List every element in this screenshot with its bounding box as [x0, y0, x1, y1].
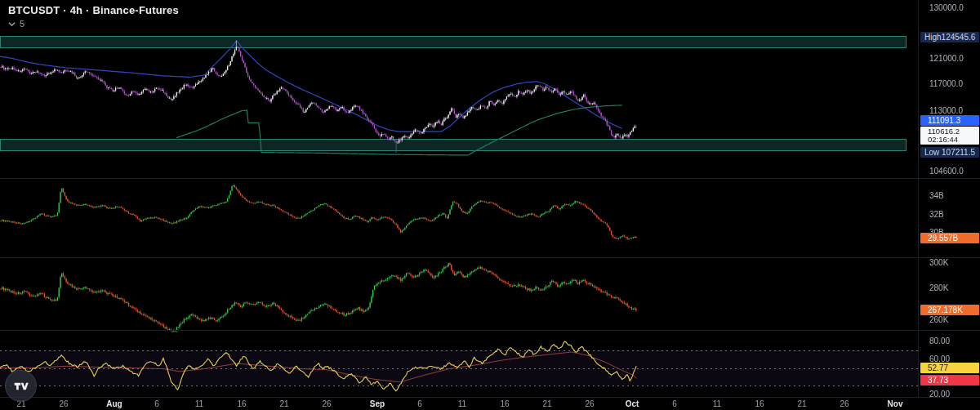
y-axis-label: 260K — [929, 315, 948, 325]
x-axis-label: Sep — [370, 399, 385, 408]
y-axis-label: 20.00 — [929, 390, 950, 399]
x-axis-label: 6 — [417, 399, 422, 408]
rsi-ma-value-badge: 37.73 — [920, 375, 979, 385]
high-price-badge: High 124545.6 — [920, 32, 979, 42]
high-badge-label: High — [924, 32, 942, 42]
x-axis-label: 11 — [713, 399, 721, 408]
indicator-collapse-toggle[interactable]: 5 — [8, 19, 24, 29]
x-axis-label: 21 — [279, 399, 288, 408]
oi-usd-value-badge: 29.557B — [920, 233, 979, 243]
y-axis-label: 34B — [929, 191, 944, 201]
chart-canvas[interactable] — [0, 0, 980, 410]
x-axis-label: 26 — [840, 399, 849, 408]
x-axis-label: 6 — [672, 399, 677, 408]
x-axis-label: 6 — [154, 399, 159, 408]
countdown-badge: 110616.2 02:16:44 — [920, 127, 979, 145]
tradingview-logo-icon — [13, 378, 29, 394]
y-axis-label: 117000.0 — [929, 79, 963, 89]
y-axis-label: 121000.0 — [929, 54, 964, 64]
y-axis-label: 280K — [929, 283, 948, 293]
x-axis-label: 16 — [500, 399, 509, 408]
rsi-value-badge: 52.77 — [920, 363, 979, 373]
symbol-title[interactable]: BTCUSDT · 4h · Binance-Futures — [8, 4, 179, 16]
tradingview-logo[interactable] — [5, 370, 37, 402]
x-axis-label: 21 — [542, 399, 551, 408]
low-price-badge: Low 107211.5 — [920, 147, 979, 158]
x-axis-label: 26 — [585, 399, 594, 408]
x-axis-label: Nov — [888, 399, 903, 408]
x-axis-label: 26 — [59, 399, 68, 408]
y-axis-label: 32B — [929, 210, 944, 220]
indicator-count: 5 — [20, 19, 24, 29]
countdown-timer: 02:16:44 — [928, 136, 979, 144]
y-axis-label: 104600.0 — [929, 167, 964, 176]
y-axis-label: 300K — [929, 258, 948, 268]
x-axis-label: 11 — [195, 399, 203, 408]
oi-btc-value-badge: 267.178K — [920, 305, 979, 315]
x-axis-label: 16 — [237, 399, 246, 408]
x-axis-label: 16 — [755, 399, 764, 408]
y-axis-label: 80.00 — [929, 336, 950, 346]
x-axis-label: 11 — [458, 399, 466, 408]
x-axis-label: 21 — [797, 399, 806, 408]
x-axis-label: 26 — [322, 399, 331, 408]
last-price-badge: 111091.3 — [920, 115, 979, 126]
chart-root: BTCUSDT · 4h · Binance-Futures 5 130000.… — [0, 0, 980, 410]
x-axis-label: Aug — [106, 399, 122, 408]
chevron-down-icon — [8, 20, 16, 28]
y-axis-label: 130000.0 — [929, 3, 964, 13]
low-badge-value: 107211.5 — [942, 147, 975, 158]
low-badge-label: Low — [924, 147, 939, 158]
high-badge-value: 124545.6 — [942, 32, 976, 42]
x-axis-label: Oct — [626, 399, 639, 408]
